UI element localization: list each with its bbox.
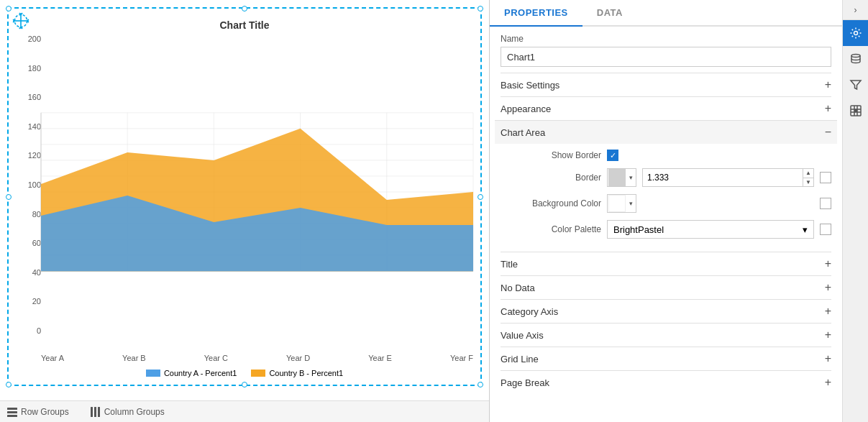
svg-rect-31	[91, 407, 93, 417]
bg-color-picker[interactable]: ▾	[607, 194, 636, 213]
name-input[interactable]	[501, 47, 831, 67]
row-groups-item[interactable]: Row Groups	[7, 407, 69, 417]
right-panel: PROPERTIES DATA Name Basic Settings + Ap…	[490, 0, 842, 422]
area-chart-svg	[41, 35, 473, 349]
title-label: Title	[501, 259, 518, 270]
value-axis-expand-icon[interactable]: +	[825, 329, 831, 341]
basic-settings-expand-icon[interactable]: +	[825, 78, 831, 91]
value-axis-header[interactable]: Value Axis +	[501, 323, 831, 347]
page-break-expand-icon[interactable]: +	[825, 376, 831, 389]
legend-item-b: Country B - Percent1	[251, 369, 343, 377]
appearance-label: Appearance	[501, 104, 551, 114]
show-border-checkbox[interactable]: ✓	[607, 150, 618, 161]
chart-area-collapse-icon[interactable]: −	[825, 126, 831, 139]
category-axis-header[interactable]: Category Axis +	[501, 299, 831, 323]
value-axis-label: Value Axis	[501, 330, 544, 341]
database-icon-button[interactable]	[843, 46, 869, 72]
no-data-expand-icon[interactable]: +	[825, 281, 831, 294]
title-expand-icon[interactable]: +	[825, 257, 831, 270]
show-border-label: Show Border	[501, 150, 601, 160]
handle-top-left[interactable]	[6, 6, 12, 12]
background-color-row: Background Color ▾	[501, 194, 831, 213]
page-break-label: Page Break	[501, 377, 549, 388]
category-axis-expand-icon[interactable]: +	[825, 305, 831, 318]
border-spin-down[interactable]: ▼	[803, 178, 813, 188]
appearance-header[interactable]: Appearance +	[501, 96, 831, 120]
chart-wrapper: Chart Title 200 180 160 140 120 100 80 6…	[7, 7, 482, 386]
bg-color-dropdown-arrow[interactable]: ▾	[626, 200, 636, 207]
background-color-label: Background Color	[501, 198, 601, 208]
edit-icon-button[interactable]	[843, 98, 869, 124]
border-extra-checkbox[interactable]	[820, 172, 831, 183]
chart-area-content: Show Border ✓ Border ▾ ▲ ▼	[501, 144, 831, 252]
svg-rect-30	[7, 415, 17, 417]
border-value-input[interactable]	[643, 169, 803, 186]
legend-label-b: Country B - Percent1	[269, 369, 343, 377]
border-spin-up[interactable]: ▲	[803, 168, 813, 178]
chart-title: Chart Title	[16, 19, 473, 31]
column-groups-item[interactable]: Column Groups	[91, 407, 165, 417]
border-color-dropdown-arrow[interactable]: ▾	[626, 174, 636, 181]
tab-properties[interactable]: PROPERTIES	[490, 0, 583, 27]
tabs: PROPERTIES DATA	[490, 0, 842, 27]
page-break-header[interactable]: Page Break +	[501, 370, 831, 394]
color-palette-arrow: ▾	[803, 224, 808, 235]
basic-settings-header[interactable]: Basic Settings +	[501, 73, 831, 96]
svg-point-35	[851, 55, 860, 58]
handle-middle-left[interactable]	[6, 194, 12, 200]
title-header[interactable]: Title +	[501, 252, 831, 275]
x-label-4: Year E	[368, 354, 392, 362]
x-label-2: Year C	[204, 354, 228, 362]
legend-item-a: Country A - Percent1	[146, 369, 237, 377]
properties-icon-button[interactable]	[843, 20, 869, 46]
border-value-wrapper: ▲ ▼	[642, 168, 814, 187]
chart-panel: Chart Title 200 180 160 140 120 100 80 6…	[0, 0, 490, 422]
x-label-5: Year F	[450, 354, 473, 362]
row-groups-icon	[7, 407, 17, 417]
bg-color-swatch	[608, 195, 626, 212]
chart-legend: Country A - Percent1 Country B - Percent…	[9, 369, 480, 377]
svg-rect-33	[98, 407, 100, 417]
legend-color-b	[251, 370, 265, 377]
icon-sidebar: ›	[842, 0, 868, 422]
filter-icon	[849, 78, 862, 91]
name-label: Name	[501, 34, 831, 44]
tab-data[interactable]: DATA	[583, 0, 637, 25]
no-data-label: No Data	[501, 283, 535, 293]
appearance-expand-icon[interactable]: +	[825, 102, 831, 115]
bottom-bar: Row Groups Column Groups	[0, 400, 489, 422]
svg-rect-32	[94, 407, 96, 417]
handle-top-center[interactable]	[242, 6, 247, 12]
grid-line-header[interactable]: Grid Line +	[501, 347, 831, 370]
basic-settings-label: Basic Settings	[501, 80, 559, 91]
legend-color-a	[146, 370, 160, 377]
chart-area-header[interactable]: Chart Area −	[495, 120, 837, 144]
database-icon	[849, 52, 862, 65]
y-axis: 200 180 160 140 120 100 80 60 40 20 0	[16, 35, 41, 349]
name-section: Name	[501, 34, 831, 67]
grid-line-expand-icon[interactable]: +	[825, 352, 831, 365]
x-label-3: Year D	[286, 354, 310, 362]
border-color-swatch	[608, 169, 626, 186]
color-palette-value: BrightPastel	[613, 224, 664, 235]
handle-bottom-left[interactable]	[6, 382, 12, 387]
filter-icon-button[interactable]	[843, 72, 869, 98]
svg-rect-28	[7, 408, 17, 410]
no-data-header[interactable]: No Data +	[501, 275, 831, 299]
handle-bottom-right[interactable]	[478, 382, 483, 387]
border-color-picker[interactable]: ▾	[607, 168, 636, 187]
border-row: Border ▾ ▲ ▼	[501, 168, 831, 187]
border-label: Border	[501, 173, 601, 183]
chart-plot-area: Year A Year B Year C Year D Year E Year …	[41, 35, 473, 349]
bg-color-extra-checkbox[interactable]	[820, 198, 831, 209]
svg-point-34	[854, 32, 857, 35]
handle-top-right[interactable]	[478, 6, 483, 12]
color-palette-row: Color Palette BrightPastel ▾	[501, 220, 831, 239]
palette-extra-checkbox[interactable]	[820, 224, 831, 235]
column-groups-label: Column Groups	[104, 407, 165, 417]
color-palette-dropdown[interactable]: BrightPastel ▾	[607, 220, 814, 239]
handle-middle-right[interactable]	[478, 194, 483, 200]
collapse-sidebar-button[interactable]: ›	[843, 0, 869, 20]
handle-bottom-center[interactable]	[242, 382, 247, 387]
gear-icon	[849, 27, 862, 40]
